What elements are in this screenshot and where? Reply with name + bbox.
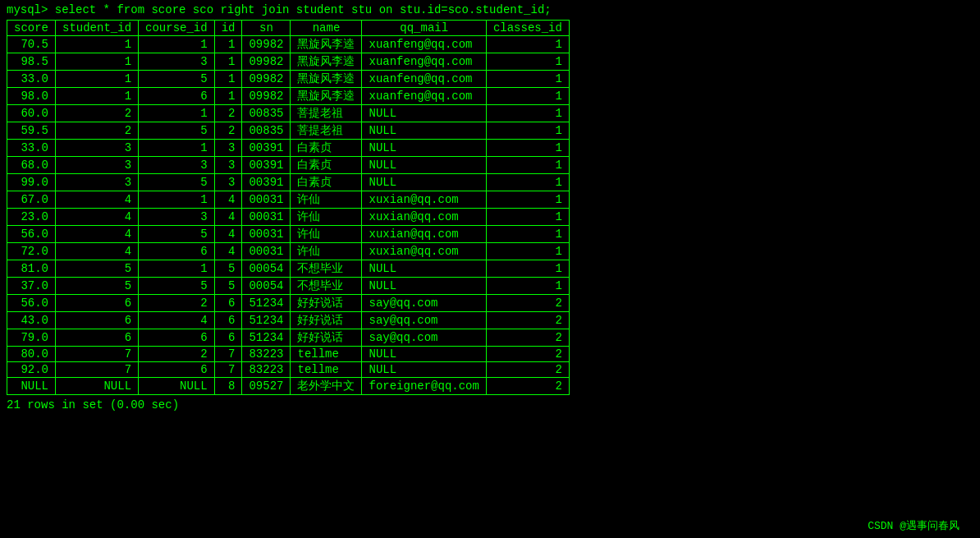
table-cell: 2 <box>486 347 569 362</box>
col-header-score: score <box>7 21 56 36</box>
footer-line: 21 rows in set (0.00 sec) <box>0 395 980 415</box>
table-cell: 00391 <box>242 157 291 174</box>
table-cell: say@qq.com <box>362 295 486 312</box>
table-cell: 白素贞 <box>291 174 362 191</box>
table-cell: 72.0 <box>7 243 56 260</box>
table-row: 60.021200835菩提老祖NULL1 <box>7 105 570 122</box>
col-header-id: id <box>214 21 242 36</box>
table-cell: tellme <box>291 347 362 362</box>
table-cell: 2 <box>486 378 569 395</box>
table-cell: 6 <box>214 295 242 312</box>
table-row: 37.055500054不想毕业NULL1 <box>7 278 570 295</box>
table-row: 72.046400031许仙xuxian@qq.com1 <box>7 243 570 260</box>
table-row: 33.031300391白素贞NULL1 <box>7 140 570 157</box>
table-cell: 1 <box>486 174 569 191</box>
table-cell: 1 <box>139 140 215 157</box>
table-cell: 黑旋风李逵 <box>291 36 362 53</box>
command-line: mysql> select * from score sco right joi… <box>0 0 980 20</box>
table-cell: xuanfeng@qq.com <box>362 36 486 53</box>
table-cell: 00391 <box>242 174 291 191</box>
table-cell: 6 <box>56 295 139 312</box>
table-cell: 6 <box>139 88 215 105</box>
table-cell: xuxian@qq.com <box>362 209 486 226</box>
table-cell: 7 <box>214 347 242 362</box>
table-cell: 51234 <box>242 295 291 312</box>
table-cell: 2 <box>486 362 569 378</box>
table-cell: foreigner@qq.com <box>362 378 486 395</box>
table-cell: 5 <box>139 226 215 243</box>
table-cell: 00835 <box>242 105 291 122</box>
table-cell: 3 <box>56 174 139 191</box>
table-cell: 1 <box>486 36 569 53</box>
table-cell: 1 <box>214 36 242 53</box>
table-cell: 1 <box>56 71 139 88</box>
table-cell: 3 <box>139 157 215 174</box>
table-cell: 老外学中文 <box>291 378 362 395</box>
table-cell: 09982 <box>242 71 291 88</box>
table-row: 56.062651234好好说话say@qq.com2 <box>7 295 570 312</box>
table-cell: NULL <box>362 362 486 378</box>
table-cell: 6 <box>214 312 242 329</box>
table-row: 56.045400031许仙xuxian@qq.com1 <box>7 226 570 243</box>
table-cell: NULL <box>362 122 486 140</box>
table-cell: 00054 <box>242 278 291 295</box>
table-cell: 1 <box>486 105 569 122</box>
table-cell: 1 <box>56 36 139 53</box>
table-cell: 1 <box>486 88 569 105</box>
table-cell: 4 <box>56 243 139 260</box>
table-row: 98.513109982黑旋风李逵xuanfeng@qq.com1 <box>7 53 570 71</box>
table-cell: 81.0 <box>7 260 56 278</box>
result-table: scorestudent_idcourse_ididsnnameqq_mailc… <box>7 20 570 395</box>
table-cell: 4 <box>214 209 242 226</box>
table-cell: 00054 <box>242 260 291 278</box>
table-cell: 1 <box>139 36 215 53</box>
table-cell: xuanfeng@qq.com <box>362 71 486 88</box>
table-cell: 5 <box>139 278 215 295</box>
table-cell: 8 <box>214 378 242 395</box>
table-cell: NULL <box>56 378 139 395</box>
table-cell: 不想毕业 <box>291 278 362 295</box>
table-cell: 80.0 <box>7 347 56 362</box>
table-cell: NULL <box>362 174 486 191</box>
table-cell: 51234 <box>242 312 291 329</box>
table-cell: 1 <box>486 122 569 140</box>
table-cell: 2 <box>486 329 569 347</box>
table-cell: 4 <box>139 312 215 329</box>
table-cell: 67.0 <box>7 191 56 209</box>
table-cell: 09982 <box>242 36 291 53</box>
col-header-course_id: course_id <box>139 21 215 36</box>
table-cell: 00031 <box>242 191 291 209</box>
table-cell: 60.0 <box>7 105 56 122</box>
table-cell: NULL <box>362 140 486 157</box>
table-cell: 不想毕业 <box>291 260 362 278</box>
table-cell: 5 <box>214 278 242 295</box>
table-cell: 09982 <box>242 88 291 105</box>
table-cell: 51234 <box>242 329 291 347</box>
table-cell: 3 <box>139 53 215 71</box>
table-cell: 37.0 <box>7 278 56 295</box>
table-container: scorestudent_idcourse_ididsnnameqq_mailc… <box>0 20 980 395</box>
table-cell: 4 <box>56 191 139 209</box>
table-cell: say@qq.com <box>362 312 486 329</box>
table-row: 23.043400031许仙xuxian@qq.com1 <box>7 209 570 226</box>
table-cell: 2 <box>139 295 215 312</box>
table-cell: 2 <box>486 312 569 329</box>
table-row: 68.033300391白素贞NULL1 <box>7 157 570 174</box>
table-cell: 1 <box>139 105 215 122</box>
table-cell: 好好说话 <box>291 295 362 312</box>
table-cell: 黑旋风李逵 <box>291 88 362 105</box>
table-cell: 5 <box>56 278 139 295</box>
table-row: 33.015109982黑旋风李逵xuanfeng@qq.com1 <box>7 71 570 88</box>
table-cell: 1 <box>486 191 569 209</box>
table-cell: 白素贞 <box>291 157 362 174</box>
table-cell: 99.0 <box>7 174 56 191</box>
table-cell: 1 <box>486 260 569 278</box>
table-cell: 3 <box>214 174 242 191</box>
table-cell: NULL <box>362 105 486 122</box>
table-row: 80.072783223tellmeNULL2 <box>7 347 570 362</box>
table-cell: 2 <box>214 105 242 122</box>
table-cell: 好好说话 <box>291 329 362 347</box>
table-cell: 09527 <box>242 378 291 395</box>
table-row: 92.076783223tellmeNULL2 <box>7 362 570 378</box>
table-cell: 6 <box>139 243 215 260</box>
